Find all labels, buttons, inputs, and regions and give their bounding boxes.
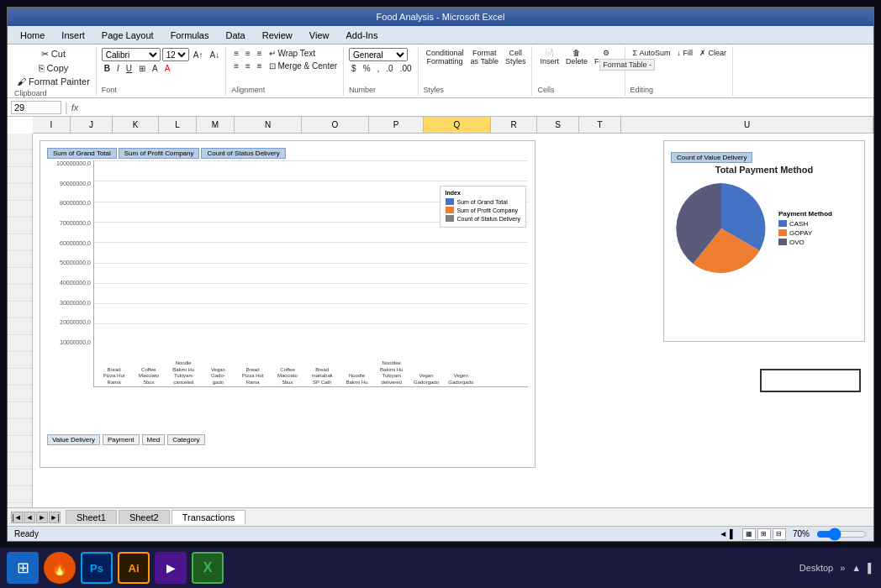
tab-view[interactable]: View	[301, 26, 338, 44]
border-button[interactable]: ⊞	[136, 63, 148, 74]
row-15[interactable]	[8, 369, 32, 386]
autosum-button[interactable]: Σ AutoSum	[630, 48, 673, 58]
row-2[interactable]	[8, 150, 32, 167]
row-18[interactable]	[8, 419, 32, 436]
row-5[interactable]	[8, 201, 32, 218]
row-12[interactable]	[8, 318, 32, 335]
row-10[interactable]	[8, 285, 32, 302]
tab-review[interactable]: Review	[254, 26, 301, 44]
align-middle-button[interactable]: ≡	[243, 48, 253, 59]
sheet-nav-prev[interactable]: ◄	[24, 512, 35, 523]
row-21[interactable]	[8, 470, 32, 486]
italic-button[interactable]: I	[114, 63, 122, 74]
font-size-select[interactable]: 12	[162, 48, 189, 61]
sheet-tab-sheet1[interactable]: Sheet1	[66, 510, 117, 524]
sheet-tab-transactions[interactable]: Transactions	[171, 510, 246, 524]
tab-page-layout[interactable]: Page Layout	[93, 26, 162, 44]
page-layout-button[interactable]: ⊞	[757, 528, 771, 540]
fill-button[interactable]: ↓ Fill	[675, 48, 696, 58]
excel-button[interactable]: X	[192, 552, 224, 584]
format-as-table-button[interactable]: Formatas Table	[468, 48, 501, 66]
zoom-slider[interactable]	[816, 529, 867, 539]
sheet-tab-sheet2[interactable]: Sheet2	[119, 510, 170, 524]
col-r[interactable]: R	[491, 117, 537, 133]
row-6[interactable]	[8, 218, 32, 234]
fill-color-button[interactable]: A	[150, 63, 161, 74]
tab-data[interactable]: Data	[217, 26, 253, 44]
number-format-select[interactable]: General	[349, 48, 408, 61]
row-8[interactable]	[8, 251, 32, 268]
pie-chart-container[interactable]: Count of Value Delivery Total Payment Me…	[663, 140, 865, 342]
chart-tab-profit[interactable]: Sum of Profit Company	[119, 148, 200, 159]
col-n[interactable]: N	[235, 117, 302, 133]
bar-chart-container[interactable]: Sum of Grand Total Sum of Profit Company…	[40, 140, 535, 468]
font-color-button[interactable]: A	[162, 63, 173, 74]
tab-insert[interactable]: Insert	[53, 26, 93, 44]
font-name-select[interactable]: Calibri	[102, 48, 161, 61]
page-break-button[interactable]: ⊟	[773, 528, 786, 540]
col-p[interactable]: P	[369, 117, 424, 133]
sheet-nav-first[interactable]: |◄	[11, 512, 23, 523]
name-box[interactable]	[11, 101, 61, 114]
row-3[interactable]	[8, 167, 32, 184]
media-button[interactable]: ▶	[155, 552, 187, 584]
conditional-formatting-button[interactable]: ConditionalFormatting	[424, 48, 467, 66]
firefox-button[interactable]: 🔥	[44, 552, 76, 584]
row-14[interactable]	[8, 352, 32, 369]
tab-formulas[interactable]: Formulas	[162, 26, 218, 44]
decrease-font-button[interactable]: A↓	[207, 50, 222, 60]
align-left-button[interactable]: ≡	[231, 60, 241, 71]
currency-button[interactable]: $	[349, 63, 359, 74]
illustrator-button[interactable]: Ai	[118, 552, 150, 584]
col-k[interactable]: K	[113, 117, 159, 133]
col-j[interactable]: J	[71, 117, 113, 133]
copy-button[interactable]: ⎘ Copy	[14, 62, 92, 74]
row-11[interactable]	[8, 302, 32, 318]
row-7[interactable]	[8, 234, 32, 251]
formula-input[interactable]	[82, 102, 870, 113]
percent-button[interactable]: %	[361, 63, 373, 74]
col-l[interactable]: L	[159, 117, 197, 133]
tab-add-ins[interactable]: Add-Ins	[337, 26, 386, 44]
col-o[interactable]: O	[302, 117, 369, 133]
sheet-nav-last[interactable]: ►|	[49, 512, 61, 523]
cut-button[interactable]: ✂ Cut	[14, 48, 92, 60]
tab-home[interactable]: Home	[12, 26, 53, 44]
col-i[interactable]: I	[33, 117, 71, 133]
col-m[interactable]: M	[197, 117, 235, 133]
format-painter-button[interactable]: 🖌 Format Painter	[14, 76, 92, 87]
row-19[interactable]	[8, 436, 32, 453]
row-17[interactable]	[8, 402, 32, 419]
chart-tab-delivery[interactable]: Count of Status Delivery	[201, 148, 285, 159]
increase-decimal-button[interactable]: .0	[383, 63, 395, 74]
increase-font-button[interactable]: A↑	[191, 50, 206, 60]
row-9[interactable]	[8, 268, 32, 285]
row-13[interactable]	[8, 335, 32, 352]
delete-button[interactable]: 🗑Delete	[563, 48, 590, 66]
photoshop-button[interactable]: Ps	[81, 552, 113, 584]
col-q[interactable]: Q	[424, 117, 491, 133]
underline-button[interactable]: U	[124, 63, 135, 74]
bold-button[interactable]: B	[102, 63, 113, 74]
taskbar-expand[interactable]: »	[840, 563, 845, 573]
row-22[interactable]	[8, 486, 32, 503]
row-4[interactable]	[8, 184, 32, 201]
windows-button[interactable]: ⊞	[7, 552, 39, 584]
pie-chart-tab[interactable]: Count of Value Delivery	[671, 152, 752, 163]
normal-view-button[interactable]: ▦	[742, 528, 756, 540]
comma-button[interactable]: ,	[375, 63, 382, 74]
merge-center-button[interactable]: ⊡ Merge & Center	[266, 60, 340, 71]
decrease-decimal-button[interactable]: .00	[398, 63, 414, 74]
col-s[interactable]: S	[537, 117, 579, 133]
sheet-nav-next[interactable]: ►	[36, 512, 48, 523]
filter-med[interactable]: Med	[142, 434, 166, 445]
filter-payment[interactable]: Payment	[103, 434, 140, 445]
col-u[interactable]: U	[621, 117, 873, 133]
align-center-button[interactable]: ≡	[243, 60, 253, 71]
row-16[interactable]	[8, 386, 32, 402]
chart-tab-grand-total[interactable]: Sum of Grand Total	[47, 148, 117, 159]
cell-styles-button[interactable]: CellStyles	[503, 48, 529, 66]
filter-category[interactable]: Category	[167, 434, 204, 445]
row-1[interactable]	[8, 134, 32, 150]
wrap-text-button[interactable]: ↵ Wrap Text	[266, 48, 318, 59]
